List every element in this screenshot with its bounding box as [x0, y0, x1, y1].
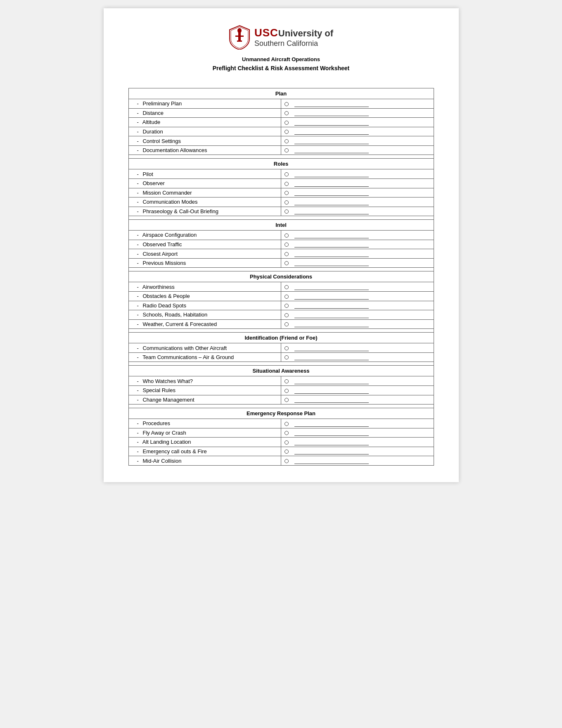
item-value — [281, 188, 434, 197]
fill-line[interactable] — [294, 181, 369, 187]
table-row: - Schools, Roads, Habitation — [128, 310, 434, 320]
fill-line[interactable] — [294, 449, 369, 454]
fill-line[interactable] — [294, 440, 369, 445]
circle-icon — [285, 346, 289, 350]
item-text: Weather, Current & Forecasted — [142, 321, 217, 327]
item-label: - Control Settings — [128, 136, 281, 146]
fill-line[interactable] — [294, 321, 369, 327]
section-title-physical: Physical Considerations — [128, 271, 434, 282]
fill-line[interactable] — [294, 101, 369, 107]
circle-icon — [285, 440, 289, 445]
item-value — [281, 240, 434, 249]
usc-text: USCUniversity of Southern California — [254, 26, 333, 48]
item-label: - Previous Missions — [128, 258, 281, 268]
fill-line[interactable] — [294, 284, 369, 290]
item-text: Communications with Other Aircraft — [142, 345, 227, 351]
spacer-row — [128, 155, 434, 159]
section-header-intel: Intel — [128, 220, 434, 231]
dash-icon: - — [137, 138, 139, 144]
fill-line[interactable] — [294, 190, 369, 196]
dash-icon: - — [137, 199, 139, 205]
item-text: Mid-Air Collision — [142, 458, 181, 464]
fill-line[interactable] — [294, 138, 369, 144]
dash-icon: - — [137, 420, 139, 426]
fill-line[interactable] — [294, 120, 369, 126]
header: USCUniversity of Southern California Unm… — [128, 25, 434, 78]
circle-icon — [285, 148, 289, 152]
item-text: Emergency call outs & Fire — [142, 448, 206, 454]
fill-line[interactable] — [294, 354, 369, 360]
item-label: - Communication Modes — [128, 197, 281, 207]
table-row: - Documentation Allowances — [128, 145, 434, 155]
table-row: - Emergency call outs & Fire — [128, 447, 434, 456]
circle-icon — [285, 252, 289, 256]
svg-rect-1 — [238, 33, 241, 42]
item-label: - Fly Away or Crash — [128, 428, 281, 438]
spacer-row — [128, 268, 434, 271]
fill-line[interactable] — [294, 200, 369, 205]
item-value — [281, 310, 434, 320]
dash-icon: - — [137, 110, 139, 116]
section-title-plan: Plan — [128, 88, 434, 99]
circle-icon — [285, 261, 289, 265]
item-text: Previous Missions — [142, 260, 186, 266]
checklist-table: Plan - Preliminary Plan - Distance — [128, 88, 434, 466]
fill-line[interactable] — [294, 260, 369, 266]
section-title-situational: Situational Awareness — [128, 366, 434, 376]
fill-line[interactable] — [294, 129, 369, 135]
item-value — [281, 207, 434, 216]
table-row: - Change Management — [128, 395, 434, 404]
table-row: - Communication Modes — [128, 197, 434, 207]
fill-line[interactable] — [294, 209, 369, 214]
spacer-row — [128, 362, 434, 366]
table-row: - Control Settings — [128, 136, 434, 146]
item-label: - Radio Dead Spots — [128, 301, 281, 310]
circle-icon — [285, 121, 289, 125]
fill-line[interactable] — [294, 458, 369, 464]
fill-line[interactable] — [294, 303, 369, 309]
fill-line[interactable] — [294, 378, 369, 384]
item-text: Observed Traffic — [142, 241, 182, 247]
item-value — [281, 127, 434, 136]
fill-line[interactable] — [294, 312, 369, 318]
fill-line[interactable] — [294, 397, 369, 403]
fill-line[interactable] — [294, 421, 369, 427]
fill-line[interactable] — [294, 388, 369, 394]
item-text: Who Watches What? — [142, 378, 193, 384]
item-text: Obstacles & People — [142, 293, 190, 299]
item-label: - Closest Airport — [128, 249, 281, 259]
item-label: - Mid-Air Collision — [128, 456, 281, 466]
dash-icon: - — [137, 321, 139, 327]
circle-icon — [285, 422, 289, 426]
fill-line[interactable] — [294, 294, 369, 300]
doc-subtitle: Preflight Checklist & Risk Assessment Wo… — [213, 65, 349, 71]
item-value — [281, 249, 434, 259]
fill-line[interactable] — [294, 171, 369, 177]
item-value — [281, 99, 434, 109]
fill-line[interactable] — [294, 242, 369, 247]
table-row: - Duration — [128, 127, 434, 136]
table-row: - Airspace Configuration — [128, 231, 434, 240]
table-row: - Weather, Current & Forecasted — [128, 319, 434, 329]
item-value — [281, 136, 434, 146]
item-label: - Observer — [128, 178, 281, 188]
item-label: - Obstacles & People — [128, 292, 281, 301]
fill-line[interactable] — [294, 233, 369, 238]
dash-icon: - — [137, 128, 139, 135]
item-text: Distance — [142, 110, 164, 116]
item-label: - Pilot — [128, 169, 281, 179]
spacer-row — [128, 329, 434, 333]
fill-line[interactable] — [294, 251, 369, 257]
svg-point-0 — [237, 28, 242, 33]
section-header-physical: Physical Considerations — [128, 271, 434, 282]
fill-line[interactable] — [294, 148, 369, 153]
item-label: - Observed Traffic — [128, 240, 281, 249]
section-title-identification: Identification (Friend or Foe) — [128, 333, 434, 343]
item-label: - Communications with Other Aircraft — [128, 343, 281, 353]
item-value — [281, 258, 434, 268]
fill-line[interactable] — [294, 110, 369, 116]
fill-line[interactable] — [294, 430, 369, 436]
fill-line[interactable] — [294, 345, 369, 351]
circle-icon — [285, 398, 289, 402]
circle-icon — [285, 111, 289, 115]
